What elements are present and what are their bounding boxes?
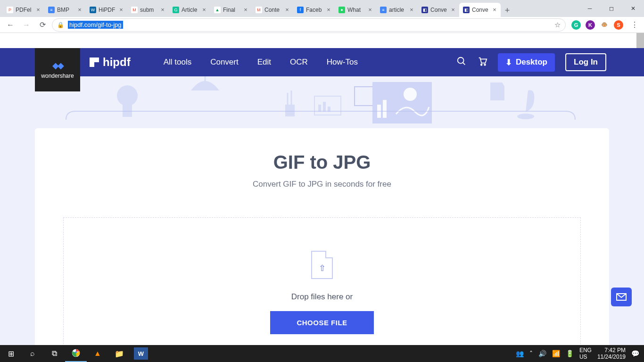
cart-icon[interactable] xyxy=(477,56,487,69)
start-button[interactable]: ⊞ xyxy=(0,345,22,362)
chrome-menu-button[interactable]: ⋮ xyxy=(629,20,640,29)
bookmark-icon[interactable]: ☆ xyxy=(554,21,561,29)
address-bar[interactable]: 🔒 hipdf.com/gif-to-jpg ☆ xyxy=(52,18,566,32)
close-icon[interactable]: × xyxy=(491,7,498,13)
reload-button[interactable]: ⟳ xyxy=(36,18,49,32)
tab-title: Conve xyxy=(430,7,447,13)
close-icon[interactable]: × xyxy=(325,7,332,13)
tab-1[interactable]: ≡BMP× xyxy=(44,3,86,17)
people-icon[interactable]: 👥 xyxy=(516,350,524,357)
close-icon[interactable]: × xyxy=(76,7,83,13)
tab-title: subm xyxy=(140,7,157,13)
svg-point-0 xyxy=(458,57,464,63)
window-controls: ─ ◻ ✕ xyxy=(579,0,644,17)
extension-icons: G K 🐵 S xyxy=(569,20,626,30)
close-icon[interactable]: × xyxy=(367,7,373,13)
nav-convert[interactable]: Convert xyxy=(210,58,239,67)
tab-title: BMP xyxy=(57,7,74,13)
windows-taskbar: ⊞ ⌕ ⧉ ▲ 📁 W 👥 ˄ 🔊 📶 🔋 ENGUS 7:42 PM11/24… xyxy=(0,345,644,362)
tray-chevron-icon[interactable]: ˄ xyxy=(529,350,533,357)
tab-6[interactable]: MConte× xyxy=(252,3,293,17)
login-button[interactable]: Log In xyxy=(565,53,606,71)
close-window-button[interactable]: ✕ xyxy=(622,0,644,17)
favicon: ● xyxy=(339,7,345,13)
tab-title: Article xyxy=(182,7,198,13)
favicon: M xyxy=(256,7,262,13)
close-icon[interactable]: × xyxy=(408,7,415,13)
close-icon[interactable]: × xyxy=(284,7,290,13)
drop-text: Drop files here or xyxy=(64,292,580,302)
nav-ocr[interactable]: OCR xyxy=(290,58,308,67)
svg-point-18 xyxy=(404,88,417,101)
feedback-mail-button[interactable] xyxy=(611,288,632,306)
choose-file-button[interactable]: CHOOSE FILE xyxy=(270,311,373,334)
new-tab-button[interactable]: + xyxy=(501,4,514,17)
forward-button[interactable]: → xyxy=(20,18,33,32)
word-taskbar-icon[interactable]: W xyxy=(134,347,148,360)
page-subtitle: Convert GIF to JPG in seconds for free xyxy=(35,180,609,189)
close-icon[interactable]: × xyxy=(159,7,166,13)
svg-point-5 xyxy=(117,85,138,106)
notifications-icon[interactable]: 💬 xyxy=(631,350,639,357)
chrome-taskbar-icon[interactable] xyxy=(65,345,87,362)
tab-11[interactable]: ◧Conve× xyxy=(459,3,501,17)
explorer-taskbar-icon[interactable]: 📁 xyxy=(108,345,130,362)
desktop-button[interactable]: ⬇ Desktop xyxy=(498,53,555,72)
url-text: hipdf.com/gif-to-jpg xyxy=(68,21,123,29)
brand-text: wondershare xyxy=(41,73,74,79)
ext-k-icon[interactable]: K xyxy=(586,20,595,30)
ext-tampermonkey-icon[interactable]: 🐵 xyxy=(600,20,609,30)
nav-edit[interactable]: Edit xyxy=(257,58,271,67)
favicon: f xyxy=(297,7,304,13)
back-button[interactable]: ← xyxy=(4,18,17,32)
tab-title: Final xyxy=(223,7,240,13)
close-icon[interactable]: × xyxy=(201,7,207,13)
search-button[interactable]: ⌕ xyxy=(22,345,43,362)
favicon: W xyxy=(90,7,96,13)
close-icon[interactable]: × xyxy=(450,7,456,13)
hipdf-logo[interactable]: hipdf xyxy=(90,56,131,69)
tab-8[interactable]: ●What× xyxy=(335,3,376,17)
volume-icon[interactable]: 🔊 xyxy=(538,350,546,357)
task-view-button[interactable]: ⧉ xyxy=(43,345,65,362)
favicon: ≡ xyxy=(380,7,387,13)
vlc-taskbar-icon[interactable]: ▲ xyxy=(87,345,108,362)
tab-10[interactable]: ◧Conve× xyxy=(418,3,459,17)
maximize-button[interactable]: ◻ xyxy=(601,0,622,17)
nav-all-tools[interactable]: All tools xyxy=(164,58,192,67)
search-icon[interactable] xyxy=(456,56,467,69)
logo-icon xyxy=(90,58,99,67)
minimize-button[interactable]: ─ xyxy=(579,0,601,17)
tab-9[interactable]: ≡article× xyxy=(376,3,418,17)
tab-title: HiPDF xyxy=(99,7,116,13)
favicon: P xyxy=(7,7,13,13)
ext-s-icon[interactable]: S xyxy=(614,20,623,30)
network-icon[interactable]: 📶 xyxy=(552,350,560,357)
favicon: G xyxy=(173,7,179,13)
clock[interactable]: 7:42 PM11/24/2019 xyxy=(597,347,626,360)
tab-title: What xyxy=(347,7,364,13)
close-icon[interactable]: × xyxy=(242,7,249,13)
hero-decoration xyxy=(0,76,644,128)
favicon: ◧ xyxy=(463,7,470,13)
tab-7[interactable]: fFaceb× xyxy=(293,3,335,17)
close-icon[interactable]: × xyxy=(118,7,124,13)
tab-strip: PPDFel× ≡BMP× WHiPDF× Msubm× GArticle× ▲… xyxy=(0,0,644,17)
main-card: GIF to JPG Convert GIF to JPG in seconds… xyxy=(35,128,609,345)
battery-icon[interactable]: 🔋 xyxy=(566,350,574,357)
tab-3[interactable]: Msubm× xyxy=(127,3,169,17)
language-indicator[interactable]: ENGUS xyxy=(579,347,592,360)
tab-2[interactable]: WHiPDF× xyxy=(86,3,127,17)
tab-title: Conve xyxy=(472,7,489,13)
tab-5[interactable]: ▲Final× xyxy=(210,3,252,17)
close-icon[interactable]: × xyxy=(35,7,41,13)
tab-0[interactable]: PPDFel× xyxy=(3,3,44,17)
logo-text: hipdf xyxy=(103,56,131,69)
ext-grammarly-icon[interactable]: G xyxy=(571,20,581,30)
nav-howtos[interactable]: How-Tos xyxy=(327,58,358,67)
tab-4[interactable]: GArticle× xyxy=(169,3,210,17)
wondershare-badge[interactable]: ◆◆ wondershare xyxy=(35,48,80,91)
page-viewport: ◆◆ wondershare hipdf All tools Convert E… xyxy=(0,33,644,345)
svg-line-1 xyxy=(463,62,465,65)
file-dropzone[interactable]: ⇧ Drop files here or CHOOSE FILE xyxy=(63,217,581,345)
